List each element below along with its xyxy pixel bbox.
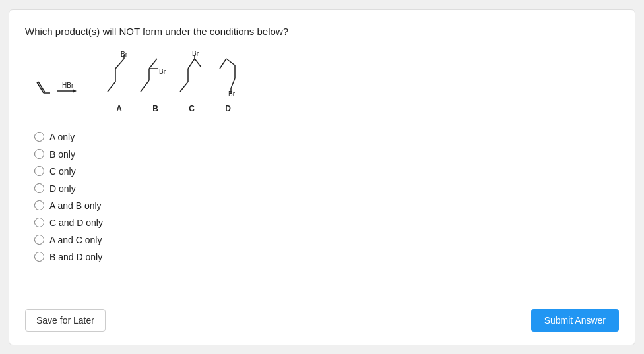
structure-a: Br A bbox=[101, 49, 137, 113]
svg-line-9 bbox=[115, 59, 124, 69]
svg-line-24 bbox=[226, 59, 235, 65]
svg-marker-4 bbox=[73, 89, 77, 93]
question-text: Which product(s) will NOT form under the… bbox=[25, 26, 619, 37]
options-area: A only B only C only D only A and B only… bbox=[34, 132, 619, 299]
option-a-and-b-only[interactable]: A and B only bbox=[34, 200, 619, 211]
svg-text:Br: Br bbox=[192, 50, 199, 57]
option-c-and-d-only[interactable]: C and D only bbox=[34, 218, 619, 228]
option-a-and-c-only-label: A and C only bbox=[49, 235, 102, 245]
label-b: B bbox=[152, 104, 158, 113]
radio-a-and-c-only[interactable] bbox=[34, 235, 44, 245]
quiz-card: Which product(s) will NOT form under the… bbox=[9, 9, 635, 345]
option-a-and-b-only-label: A and B only bbox=[49, 200, 102, 211]
svg-line-21 bbox=[195, 59, 201, 67]
option-b-only-label: B only bbox=[49, 149, 75, 160]
radio-c-only[interactable] bbox=[34, 166, 44, 176]
radio-b-and-d-only[interactable] bbox=[34, 252, 44, 262]
option-c-only[interactable]: C only bbox=[34, 166, 619, 177]
structure-d: Br D bbox=[210, 49, 246, 113]
structures-row: HBr Br A Br bbox=[32, 49, 619, 113]
option-a-and-c-only[interactable]: A and C only bbox=[34, 235, 619, 245]
option-b-and-d-only[interactable]: B and D only bbox=[34, 252, 619, 262]
svg-line-7 bbox=[108, 82, 115, 92]
label-c: C bbox=[189, 104, 195, 113]
option-d-only-label: D only bbox=[49, 183, 76, 194]
svg-line-12 bbox=[141, 80, 149, 92]
option-b-only[interactable]: B only bbox=[34, 149, 619, 160]
radio-d-only[interactable] bbox=[34, 183, 44, 193]
radio-c-and-d-only[interactable] bbox=[34, 218, 44, 227]
option-b-and-d-only-label: B and D only bbox=[49, 252, 102, 262]
svg-line-17 bbox=[180, 82, 188, 92]
svg-line-14 bbox=[149, 59, 157, 69]
radio-a-only[interactable] bbox=[34, 132, 44, 142]
label-d: D bbox=[225, 104, 231, 113]
svg-text:Br: Br bbox=[159, 68, 166, 75]
structure-b: Br B bbox=[137, 49, 174, 113]
option-a-only-label: A only bbox=[49, 132, 75, 142]
option-c-only-label: C only bbox=[49, 166, 76, 177]
radio-b-only[interactable] bbox=[34, 149, 44, 159]
svg-text:Br: Br bbox=[228, 90, 236, 98]
reaction-diagram: HBr bbox=[32, 55, 94, 113]
svg-line-23 bbox=[220, 59, 226, 69]
footer: Save for Later Submit Answer bbox=[25, 299, 619, 332]
submit-answer-button[interactable]: Submit Answer bbox=[531, 309, 619, 332]
svg-line-19 bbox=[188, 59, 195, 69]
save-for-later-button[interactable]: Save for Later bbox=[25, 309, 106, 332]
label-a: A bbox=[116, 104, 122, 113]
option-a-only[interactable]: A only bbox=[34, 132, 619, 142]
option-d-only[interactable]: D only bbox=[34, 183, 619, 194]
radio-a-and-b-only[interactable] bbox=[34, 200, 44, 210]
svg-line-26 bbox=[231, 78, 235, 88]
structure-c: Br C bbox=[174, 49, 210, 113]
svg-text:HBr: HBr bbox=[62, 82, 74, 89]
option-c-and-d-only-label: C and D only bbox=[49, 218, 103, 228]
